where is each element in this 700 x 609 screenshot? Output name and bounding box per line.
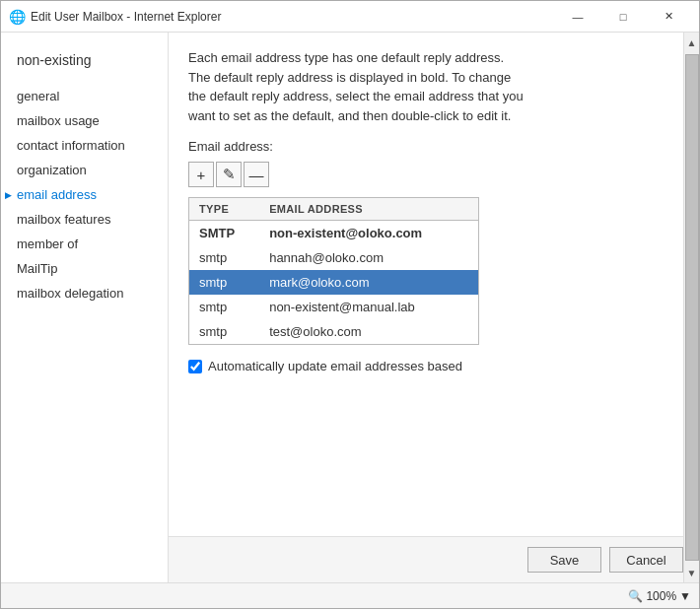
zoom-icon: 🔍 <box>628 589 643 603</box>
content-area: non-existing general mailbox usage conta… <box>1 33 699 582</box>
close-button[interactable]: ✕ <box>646 1 691 33</box>
sidebar-item-general[interactable]: general <box>1 84 168 108</box>
add-button[interactable]: + <box>188 162 214 187</box>
maximize-button[interactable]: □ <box>600 1 646 33</box>
row-address: hannah@oloko.com <box>259 245 478 270</box>
main-window: 🌐 Edit User Mailbox - Internet Explorer … <box>0 0 700 609</box>
row-type: smtp <box>189 270 259 295</box>
cancel-button[interactable]: Cancel <box>609 547 683 573</box>
sidebar-item-mailbox-features[interactable]: mailbox features <box>1 207 168 232</box>
table-area: TYPE EMAIL ADDRESS SMTP non-existent@olo… <box>188 197 679 345</box>
remove-button[interactable]: — <box>244 162 269 187</box>
sidebar-item-email-address[interactable]: email address <box>1 182 168 207</box>
zoom-level: 100% <box>646 589 676 603</box>
row-address: mark@oloko.com <box>259 270 478 295</box>
email-toolbar: + ✎ — <box>188 162 679 187</box>
email-table-wrapper: TYPE EMAIL ADDRESS SMTP non-existent@olo… <box>188 197 479 345</box>
table-row[interactable]: smtp mark@oloko.com <box>189 270 478 295</box>
sidebar-item-organization[interactable]: organization <box>1 158 168 182</box>
row-type: smtp <box>189 319 259 344</box>
col-type: TYPE <box>189 198 259 221</box>
titlebar: 🌐 Edit User Mailbox - Internet Explorer … <box>1 1 699 33</box>
main-panel: Each email address type has one default … <box>169 33 699 582</box>
table-row[interactable]: smtp test@oloko.com <box>189 319 478 344</box>
sidebar-item-mailtip[interactable]: MailTip <box>1 256 168 281</box>
edit-button[interactable]: ✎ <box>216 162 242 187</box>
description-text: Each email address type has one default … <box>188 48 524 125</box>
sidebar-heading: non-existing <box>1 44 168 84</box>
sidebar-item-member-of[interactable]: member of <box>1 232 168 256</box>
sidebar: non-existing general mailbox usage conta… <box>1 33 169 582</box>
sidebar-item-mailbox-usage[interactable]: mailbox usage <box>1 108 168 133</box>
row-address: non-existent@oloko.com <box>259 221 478 246</box>
table-header-row: TYPE EMAIL ADDRESS <box>189 198 478 221</box>
status-bar: 🔍 100% ▼ <box>1 582 699 608</box>
scroll-thumb[interactable] <box>685 54 699 561</box>
scroll-down-arrow[interactable]: ▼ <box>684 563 700 582</box>
sidebar-item-mailbox-delegation[interactable]: mailbox delegation <box>1 281 168 305</box>
scrollbar: ▲ ▼ <box>683 33 699 582</box>
email-table: TYPE EMAIL ADDRESS SMTP non-existent@olo… <box>189 198 478 344</box>
row-address: test@oloko.com <box>259 319 478 344</box>
col-email: EMAIL ADDRESS <box>259 198 478 221</box>
row-type: smtp <box>189 295 259 319</box>
minimize-button[interactable]: — <box>555 1 600 33</box>
zoom-dropdown-icon[interactable]: ▼ <box>679 589 691 603</box>
table-row[interactable]: smtp non-existent@manual.lab <box>189 295 478 319</box>
main-content: Each email address type has one default … <box>169 33 699 536</box>
row-address: non-existent@manual.lab <box>259 295 478 319</box>
titlebar-buttons: — □ ✕ <box>555 1 691 33</box>
table-row[interactable]: smtp hannah@oloko.com <box>189 245 478 270</box>
app-icon: 🌐 <box>9 9 25 25</box>
checkbox-row: Automatically update email addresses bas… <box>188 359 679 373</box>
sidebar-item-contact-information[interactable]: contact information <box>1 133 168 158</box>
row-type: SMTP <box>189 221 259 246</box>
checkbox-label: Automatically update email addresses bas… <box>208 359 462 373</box>
bottom-bar: Save Cancel <box>169 536 699 582</box>
table-row[interactable]: SMTP non-existent@oloko.com <box>189 221 478 246</box>
save-button[interactable]: Save <box>527 547 601 573</box>
zoom-info: 🔍 100% ▼ <box>628 589 691 603</box>
email-address-label: Email address: <box>188 139 679 154</box>
row-type: smtp <box>189 245 259 270</box>
auto-update-checkbox[interactable] <box>188 360 202 373</box>
scroll-up-arrow[interactable]: ▲ <box>684 33 700 52</box>
window-title: Edit User Mailbox - Internet Explorer <box>31 10 555 24</box>
